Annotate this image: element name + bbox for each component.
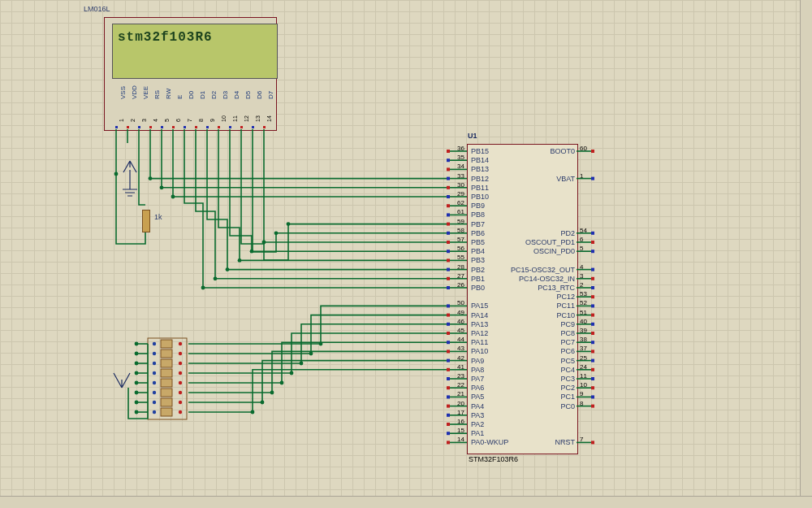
svg-point-1: [114, 172, 119, 176]
svg-point-9: [250, 250, 254, 254]
svg-rect-76: [591, 359, 594, 363]
svg-rect-85: [161, 340, 172, 348]
svg-rect-39: [447, 241, 450, 244]
svg-rect-45: [447, 304, 450, 307]
svg-point-24: [135, 371, 139, 376]
schematic-wires: [0, 0, 812, 508]
svg-rect-97: [161, 379, 172, 387]
svg-rect-53: [447, 377, 450, 380]
svg-rect-34: [447, 195, 450, 198]
horizontal-scrollbar[interactable]: [0, 496, 812, 508]
svg-rect-77: [591, 368, 594, 371]
svg-point-86: [153, 352, 156, 355]
vertical-scrollbar[interactable]: [800, 0, 812, 508]
svg-point-22: [135, 352, 139, 356]
svg-rect-47: [447, 323, 450, 326]
svg-point-4: [171, 195, 175, 199]
svg-rect-80: [591, 395, 594, 398]
svg-rect-42: [447, 268, 450, 271]
svg-rect-67: [591, 277, 594, 280]
svg-point-20: [251, 410, 255, 415]
svg-point-15: [300, 362, 304, 366]
svg-rect-36: [447, 213, 450, 216]
svg-rect-30: [447, 158, 450, 162]
svg-rect-82: [591, 441, 594, 444]
svg-point-2: [149, 176, 153, 180]
svg-rect-81: [591, 405, 594, 408]
svg-point-12: [287, 222, 291, 226]
svg-rect-35: [447, 204, 450, 207]
svg-point-95: [153, 381, 156, 384]
svg-point-98: [153, 391, 156, 394]
svg-rect-58: [447, 423, 450, 426]
svg-rect-32: [447, 177, 450, 180]
svg-rect-66: [591, 268, 594, 271]
svg-rect-75: [591, 350, 594, 353]
svg-rect-51: [447, 359, 450, 363]
svg-point-96: [179, 381, 182, 384]
svg-rect-54: [447, 386, 450, 389]
svg-point-105: [179, 410, 182, 414]
svg-rect-106: [161, 408, 172, 416]
svg-point-25: [135, 381, 139, 385]
svg-rect-62: [591, 177, 594, 180]
svg-point-83: [153, 342, 156, 345]
svg-point-14: [309, 352, 313, 356]
svg-point-102: [179, 401, 182, 404]
svg-rect-103: [161, 398, 172, 406]
svg-rect-63: [591, 232, 594, 235]
svg-point-10: [262, 241, 266, 245]
svg-rect-43: [447, 277, 450, 280]
svg-point-89: [153, 362, 156, 365]
svg-rect-91: [161, 359, 172, 367]
svg-rect-40: [447, 250, 450, 253]
svg-rect-69: [591, 295, 594, 298]
svg-rect-100: [161, 389, 172, 397]
svg-rect-46: [447, 314, 450, 317]
svg-rect-55: [447, 395, 450, 398]
svg-rect-29: [447, 150, 450, 153]
svg-point-11: [274, 231, 279, 235]
svg-point-16: [290, 371, 294, 376]
svg-rect-79: [591, 386, 594, 389]
svg-point-7: [226, 267, 230, 271]
svg-point-26: [135, 391, 139, 395]
svg-point-27: [135, 401, 139, 405]
svg-point-18: [270, 391, 274, 395]
svg-rect-37: [447, 223, 450, 226]
svg-rect-49: [447, 341, 450, 344]
svg-rect-56: [447, 405, 450, 408]
svg-rect-60: [447, 441, 450, 444]
svg-point-13: [319, 342, 323, 346]
svg-rect-70: [591, 304, 594, 307]
svg-point-19: [261, 401, 265, 405]
svg-rect-57: [447, 414, 450, 417]
svg-rect-61: [591, 150, 594, 153]
svg-rect-52: [447, 368, 450, 371]
svg-rect-68: [591, 286, 594, 289]
svg-point-99: [179, 391, 182, 394]
svg-point-5: [201, 286, 205, 290]
svg-rect-94: [161, 369, 172, 377]
svg-point-101: [153, 401, 156, 404]
svg-rect-71: [591, 314, 594, 317]
svg-point-87: [179, 352, 182, 355]
svg-point-6: [214, 276, 218, 280]
svg-rect-72: [591, 323, 594, 326]
svg-point-28: [135, 410, 139, 415]
svg-rect-38: [447, 232, 450, 235]
svg-point-17: [280, 381, 284, 385]
svg-rect-88: [161, 350, 172, 358]
svg-rect-73: [591, 332, 594, 335]
svg-point-8: [238, 258, 242, 263]
svg-rect-78: [591, 377, 594, 380]
svg-point-21: [135, 342, 139, 346]
svg-rect-50: [447, 350, 450, 353]
svg-point-104: [153, 410, 156, 414]
svg-rect-33: [447, 186, 450, 189]
svg-point-23: [135, 362, 139, 366]
svg-rect-64: [591, 241, 594, 244]
svg-point-93: [179, 371, 182, 375]
svg-rect-44: [447, 286, 450, 289]
svg-rect-65: [591, 250, 594, 253]
